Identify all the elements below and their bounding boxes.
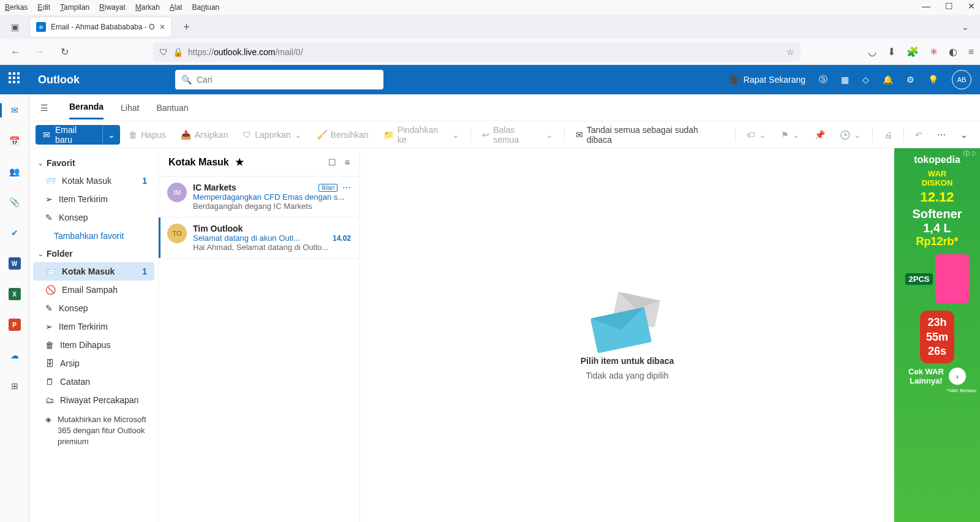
tab-beranda[interactable]: Beranda <box>69 96 104 119</box>
bookmark-star-icon[interactable]: ☆ <box>786 47 794 57</box>
clock-icon: 🕒 <box>840 130 850 140</box>
skype-icon[interactable]: Ⓢ <box>819 74 827 85</box>
snooze-button: 🕒⌄ <box>834 125 867 145</box>
message-item[interactable]: TO Tim Outlook Selamat datang di akun Ou… <box>159 218 360 259</box>
fav-drafts[interactable]: ✎Konsep <box>33 208 154 227</box>
tab-bantuan[interactable]: Bantuan <box>156 97 188 119</box>
star-icon[interactable]: ★ <box>235 156 244 168</box>
folder-notes[interactable]: 🗒Catatan <box>33 373 154 391</box>
add-favorite-link[interactable]: Tambahkan favorit <box>33 227 154 245</box>
address-bar[interactable]: 🛡 🔒 https://outlook.live.com/mail/0/ ☆ <box>153 42 801 62</box>
mail-rail-icon[interactable]: ✉ <box>5 100 24 120</box>
report-button: 🛡Laporkan⌄ <box>236 125 307 145</box>
meet-now-button[interactable]: 🎥Rapat Sekarang <box>728 75 805 85</box>
ribbon-tabs: ☰ Beranda Lihat Bantuan <box>29 94 980 121</box>
more-button[interactable]: ⋯ <box>931 125 952 145</box>
account-avatar[interactable]: AB <box>952 70 971 89</box>
menu-icon[interactable]: ≡ <box>968 47 974 58</box>
ad-panel[interactable]: ⓘ ▷ tokopedia WAR DISKON 12.12 Softener … <box>894 148 980 522</box>
browser-tab[interactable]: o Email - Ahmad Bababababa - O ✕ <box>29 17 172 37</box>
folder-section[interactable]: ⌄Folder <box>33 245 154 262</box>
tabs-dropdown-icon[interactable]: ⌄ <box>956 22 975 32</box>
mail-open-icon: ✉ <box>576 130 583 140</box>
tab-close-icon[interactable]: ✕ <box>159 23 165 31</box>
folder-inbox[interactable]: 📨Kotak Masuk1 <box>33 262 154 281</box>
menu-bantuan[interactable]: Bantuan <box>192 3 220 12</box>
mail-icon: ✉ <box>43 130 50 140</box>
people-rail-icon[interactable]: 👥 <box>5 162 24 181</box>
sidebar-toggle-icon[interactable]: ▣ <box>5 17 24 37</box>
onedrive-rail-icon[interactable]: ☁ <box>5 346 24 365</box>
downloads-icon[interactable]: ⬇ <box>888 46 895 58</box>
menu-markah[interactable]: Markah <box>135 3 160 12</box>
shield-icon[interactable]: 🛡 <box>159 47 168 57</box>
window-close[interactable]: ✕ <box>968 1 975 11</box>
inbox-icon: 📨 <box>45 176 56 186</box>
draft-icon: ✎ <box>45 213 53 222</box>
mark-read-button[interactable]: ✉Tandai semua sebagai sudah dibaca <box>570 125 730 145</box>
outlook-premium-icon[interactable]: ◇ <box>862 75 869 85</box>
folder-drafts[interactable]: ✎Konsep <box>33 299 154 317</box>
menu-tampilan[interactable]: Tampilan <box>60 3 89 12</box>
todo-rail-icon[interactable]: ✔ <box>5 223 24 243</box>
archive-icon: 📥 <box>181 130 191 140</box>
ad-more-icon[interactable]: ⋯ <box>342 183 351 192</box>
notifications-icon[interactable]: 🔔 <box>883 75 893 85</box>
powerpoint-rail-icon[interactable]: P <box>5 315 24 335</box>
fav-inbox[interactable]: 📨Kotak Masuk1 <box>33 172 154 190</box>
menu-edit[interactable]: Edit <box>37 3 50 12</box>
ad-message-item[interactable]: IM IC MarketsIklan⋯ Memperdagangkan CFD … <box>159 176 360 218</box>
window-minimize[interactable]: — <box>922 1 930 11</box>
menu-berkas[interactable]: Berkas <box>5 3 28 12</box>
tab-lihat[interactable]: Lihat <box>121 97 139 119</box>
folder-conversation-history[interactable]: 🗂Riwayat Percakapan <box>33 391 154 409</box>
teams-icon[interactable]: ▦ <box>841 75 849 85</box>
folder-archive[interactable]: 🗄Arsip <box>33 354 154 373</box>
addon-icon[interactable]: ✳ <box>930 46 938 58</box>
empty-title: Pilih item untuk dibaca <box>581 356 674 366</box>
search-input[interactable] <box>197 75 377 85</box>
back-button[interactable]: ← <box>6 43 24 61</box>
files-rail-icon[interactable]: 📎 <box>5 192 24 212</box>
menu-riwayat[interactable]: Riwayat <box>99 3 126 12</box>
menu-alat[interactable]: Alat <box>170 3 183 12</box>
new-mail-button[interactable]: ✉Email baru ⌄ <box>36 125 120 145</box>
account-icon[interactable]: ◐ <box>949 46 957 58</box>
new-tab-button[interactable]: + <box>177 21 195 34</box>
fav-sent[interactable]: ➢Item Terkirim <box>33 190 154 208</box>
diamond-icon: ◈ <box>45 414 51 448</box>
ad-cta[interactable]: Cek WARLainnya! › <box>908 367 966 385</box>
folder-junk[interactable]: 🚫Email Sampah <box>33 281 154 299</box>
hamburger-icon[interactable]: ☰ <box>40 103 48 113</box>
app-launcher-icon[interactable] <box>9 72 23 87</box>
ad-date: 12.12 <box>920 190 954 205</box>
folder-deleted[interactable]: 🗑Item Dihapus <box>33 336 154 354</box>
left-app-rail: ✉ 📅 👥 📎 ✔ W X P ☁ ⊞ <box>0 94 29 522</box>
ad-brand: tokopedia <box>914 154 960 165</box>
ad-info-icon[interactable]: ⓘ ▷ <box>963 149 978 158</box>
reload-button[interactable]: ↻ <box>55 43 74 61</box>
reading-pane: Pilih item untuk dibaca Tidak ada yang d… <box>360 148 894 522</box>
pocket-icon[interactable]: ◡ <box>868 46 876 58</box>
settings-icon[interactable]: ⚙ <box>907 75 914 85</box>
collapse-ribbon-icon[interactable]: ⌄ <box>954 125 974 145</box>
excel-rail-icon[interactable]: X <box>5 284 24 304</box>
tips-icon[interactable]: 💡 <box>928 75 938 85</box>
lock-icon[interactable]: 🔒 <box>173 47 183 57</box>
undo-icon: ↶ <box>915 130 922 140</box>
forward-button: → <box>31 43 49 61</box>
select-mode-icon[interactable]: ☐ <box>328 157 336 167</box>
more-apps-rail-icon[interactable]: ⊞ <box>5 376 24 396</box>
filter-icon[interactable]: ≡ <box>345 157 350 167</box>
folder-sent[interactable]: ➢Item Terkirim <box>33 317 154 336</box>
word-rail-icon[interactable]: W <box>5 254 24 273</box>
favorit-section[interactable]: ⌄Favorit <box>33 154 154 172</box>
outlook-header: Outlook 🔍 🎥Rapat Sekarang Ⓢ ▦ ◇ 🔔 ⚙ 💡 AB <box>0 65 980 94</box>
new-mail-dropdown[interactable]: ⌄ <box>102 125 120 145</box>
outlook-favicon: o <box>36 22 46 32</box>
search-box[interactable]: 🔍 <box>175 70 383 89</box>
calendar-rail-icon[interactable]: 📅 <box>5 131 24 151</box>
extensions-icon[interactable]: 🧩 <box>907 46 919 58</box>
upgrade-link[interactable]: ◈Mutakhirkan ke Microsoft 365 dengan fit… <box>33 409 154 453</box>
window-maximize[interactable]: ☐ <box>945 1 953 11</box>
